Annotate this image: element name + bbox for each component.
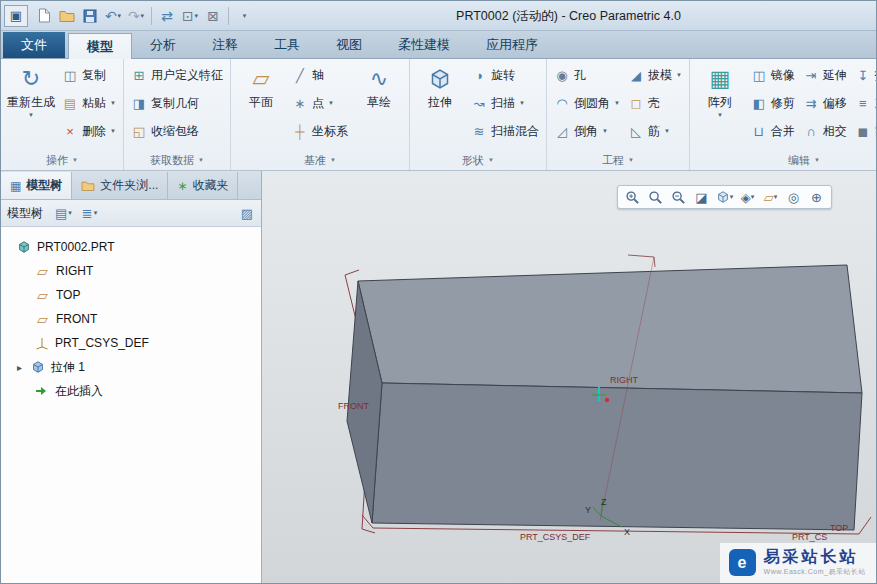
shrinkwrap-button[interactable]: ◱收缩包络 — [127, 117, 227, 145]
tree-item-right-plane[interactable]: ▱ RIGHT — [1, 259, 261, 283]
plane-button[interactable]: ▱ 平面 — [234, 61, 288, 111]
spin-center-button[interactable]: ⊕ — [806, 188, 827, 207]
csys-label: PRT_CSYS_DEF — [520, 532, 591, 542]
csys-partial-label: PRT_CS — [792, 532, 827, 542]
axis-button[interactable]: ╱轴 — [288, 61, 352, 89]
regenerate-quick-button[interactable]: ⇄ — [156, 4, 178, 28]
box-top-face[interactable] — [358, 265, 862, 393]
redo-button[interactable]: ↷▾ — [125, 4, 147, 28]
solidify-button[interactable]: ◼实体化 — [851, 117, 876, 145]
offset-button[interactable]: ⇉偏移 — [799, 89, 851, 117]
merge-button[interactable]: ⊔合并 — [747, 117, 799, 145]
y-axis-label: Y — [585, 505, 591, 515]
3d-viewport[interactable]: RIGHT FRONT TOP PRT_CS PRT_CSYS_DEF X Y … — [262, 171, 876, 583]
box-front-face[interactable] — [372, 383, 862, 530]
delete-button[interactable]: ×删除▼ — [58, 117, 120, 145]
tree-filters-button[interactable]: ▤▾ — [53, 206, 74, 221]
saved-orientations-button[interactable]: ◈▾ — [737, 188, 758, 207]
rib-button[interactable]: ◺筋▼ — [624, 117, 686, 145]
tab-model-tree[interactable]: ▦ 模型树 — [1, 172, 72, 199]
model-display-button[interactable]: ⊡▾ — [179, 4, 201, 28]
draft-button[interactable]: ◢拔模▼ — [624, 61, 686, 89]
close-window-button[interactable]: ⊠ — [202, 4, 224, 28]
mirror-icon: ◫ — [751, 68, 767, 83]
group-caret-icon: ▼ — [628, 157, 634, 163]
zoom-fit-button[interactable] — [645, 188, 666, 207]
expand-icon[interactable]: ▸ — [14, 362, 25, 373]
round-button[interactable]: ◠倒圆角▼ — [550, 89, 624, 117]
tab-view[interactable]: 视图 — [318, 32, 380, 58]
revolve-button[interactable]: ◑旋转 — [467, 61, 543, 89]
regenerate-button[interactable]: ↻ 重新生成 ▼ — [4, 61, 58, 120]
tab-applications[interactable]: 应用程序 — [468, 32, 556, 58]
shell-button[interactable]: ◻壳 — [624, 89, 686, 117]
annotation-display-button[interactable]: ◎ — [783, 188, 804, 207]
sketch-button[interactable]: ∿ 草绘 — [352, 61, 406, 111]
swept-blend-button[interactable]: ≋扫描混合 — [467, 117, 543, 145]
tree-item-insert-here[interactable]: 在此插入 — [1, 379, 261, 403]
group-label-datum[interactable]: 基准▼ — [231, 150, 409, 170]
group-label-get-data[interactable]: 获取数据▼ — [124, 150, 230, 170]
tree-list-button[interactable]: ≣▾ — [80, 206, 99, 221]
tab-file[interactable]: 文件 — [3, 32, 65, 58]
insert-here-icon — [35, 384, 49, 398]
datum-display-button[interactable]: ▱▾ — [760, 188, 781, 207]
quick-access-toolbar: ▣ ↶▾ ↷▾ ⇄ ⊡▾ ⊠ ▾ — [4, 4, 255, 28]
datum-plane-icon: ▱ — [35, 263, 50, 279]
top-plane-label: TOP — [830, 523, 848, 533]
repaint-button[interactable]: ◪ — [691, 188, 712, 207]
tab-tools[interactable]: 工具 — [256, 32, 318, 58]
mirror-button[interactable]: ◫镜像 — [747, 61, 799, 89]
group-label-editing[interactable]: 编辑▼ — [690, 150, 876, 170]
zoom-out-button[interactable] — [668, 188, 689, 207]
udf-button[interactable]: ⊞用户定义特征 — [127, 61, 227, 89]
group-caret-icon: ▼ — [488, 157, 494, 163]
trim-button[interactable]: ◧修剪 — [747, 89, 799, 117]
csys-button[interactable]: ┼坐标系 — [288, 117, 352, 145]
hole-button[interactable]: ◉孔 — [550, 61, 624, 89]
customize-toolbar-button[interactable]: ▾ — [233, 4, 255, 28]
tree-item-front-plane[interactable]: ▱ FRONT — [1, 307, 261, 331]
extend-button[interactable]: ⇥延伸 — [799, 61, 851, 89]
extrude-icon — [428, 67, 452, 91]
tree-item-part[interactable]: PRT0002.PRT — [1, 235, 261, 259]
group-label-operations[interactable]: 操作▼ — [1, 150, 123, 170]
sweep-button[interactable]: ↝扫描▼ — [467, 89, 543, 117]
open-button[interactable] — [56, 4, 78, 28]
tab-favorites[interactable]: ∗ 收藏夹 — [168, 172, 238, 199]
tab-flexible-modeling[interactable]: 柔性建模 — [380, 32, 468, 58]
copy-geometry-icon: ◨ — [131, 96, 147, 111]
tab-folder-browser[interactable]: 文件夹浏... — [72, 172, 168, 199]
window-title: PRT0002 (活动的) - Creo Parametric 4.0 — [261, 8, 876, 25]
zoom-in-button[interactable] — [622, 188, 643, 207]
tree-item-csys[interactable]: PRT_CSYS_DEF — [1, 331, 261, 355]
point-button[interactable]: ∗点▼ — [288, 89, 352, 117]
tab-annotate[interactable]: 注释 — [194, 32, 256, 58]
tab-analysis[interactable]: 分析 — [132, 32, 194, 58]
save-button[interactable] — [79, 4, 101, 28]
tree-item-top-plane[interactable]: ▱ TOP — [1, 283, 261, 307]
copy-button[interactable]: ◫复制 — [58, 61, 120, 89]
hole-icon: ◉ — [554, 68, 570, 83]
undo-button[interactable]: ↶▾ — [102, 4, 124, 28]
group-label-shapes[interactable]: 形状▼ — [410, 150, 546, 170]
copy-geometry-button[interactable]: ◨复制几何 — [127, 89, 227, 117]
tab-model[interactable]: 模型 — [68, 33, 132, 59]
tree-settings-button[interactable]: ▨ — [239, 206, 255, 221]
solidify-icon: ◼ — [855, 124, 871, 139]
extrude-button[interactable]: 拉伸 — [413, 61, 467, 111]
thicken-button[interactable]: ≡加厚 — [851, 89, 876, 117]
udf-icon: ⊞ — [131, 68, 147, 83]
tree-item-extrude[interactable]: ▸ 拉伸 1 — [1, 355, 261, 379]
pattern-button[interactable]: ▦ 阵列 ▼ — [693, 61, 747, 120]
intersect-button[interactable]: ∩相交 — [799, 117, 851, 145]
solid-box[interactable] — [347, 265, 862, 530]
graphics-area[interactable]: RIGHT FRONT TOP PRT_CS PRT_CSYS_DEF X Y … — [262, 171, 876, 583]
new-button[interactable] — [33, 4, 55, 28]
ribbon-group-shapes: 拉伸 ◑旋转 ↝扫描▼ ≋扫描混合 形状▼ — [410, 59, 547, 170]
paste-button[interactable]: ▤粘贴▼ — [58, 89, 120, 117]
project-button[interactable]: ↧投影 — [851, 61, 876, 89]
chamfer-button[interactable]: ◿倒角▼ — [550, 117, 624, 145]
group-label-engineering[interactable]: 工程▼ — [547, 150, 689, 170]
display-style-button[interactable]: ▾ — [714, 188, 735, 207]
